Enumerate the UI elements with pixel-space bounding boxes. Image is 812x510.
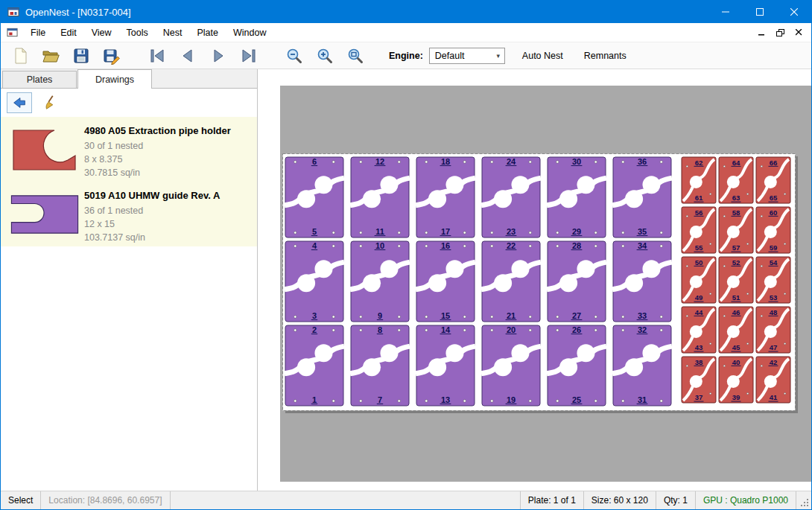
nest-plate[interactable]: 6512111817242330293635431091615222128273… [282,153,800,415]
red-part-pair[interactable]: 5049 [682,257,716,303]
red-part-pair[interactable]: 4039 [719,357,753,403]
svg-text:52: 52 [732,258,740,267]
next-plate-button[interactable] [207,45,229,67]
purple-part-pair[interactable]: 65 [285,157,344,238]
save-as-icon [103,47,121,65]
red-part-pair[interactable]: 3837 [682,357,716,403]
purple-part-pair[interactable]: 1615 [416,241,475,322]
maximize-button[interactable] [743,1,777,23]
svg-text:51: 51 [732,293,740,302]
purple-part-pair[interactable]: 3433 [612,241,672,322]
nest-canvas[interactable]: 6512111817242330293635431091615222128273… [258,69,811,491]
purple-part-pair[interactable]: 3029 [547,157,606,238]
drawing-item[interactable]: 4980 A05 Extraction pipe holder 30 of 1 … [1,117,257,182]
auto-nest-button[interactable]: Auto Nest [518,48,567,64]
menu-tools[interactable]: Tools [119,23,156,42]
purple-part-pair[interactable]: 43 [285,241,344,322]
zoom-out-button[interactable] [283,45,305,67]
drawing-meta: 5019 A10 UHMW guide Rev. A 36 of 1 neste… [84,188,253,240]
red-part-pair[interactable]: 5857 [719,207,753,253]
svg-text:14: 14 [441,325,451,334]
red-part-pair[interactable]: 4241 [756,357,790,403]
menu-view[interactable]: View [84,23,119,42]
svg-text:17: 17 [441,227,450,236]
status-plate: Plate: 1 of 1 [520,491,584,509]
open-folder-icon [42,47,60,65]
red-part-pair[interactable]: 6261 [682,157,716,203]
purple-part-pair[interactable]: 1413 [416,325,475,406]
red-part-pair[interactable]: 5655 [682,207,716,253]
last-plate-button[interactable] [238,45,260,67]
tab-plates[interactable]: Plates [2,71,77,88]
last-plate-icon [240,47,258,65]
first-plate-button[interactable] [146,45,168,67]
svg-text:12: 12 [375,157,384,166]
engine-select[interactable]: Default ▾ [429,48,505,64]
main-body: Plates Drawings 4980 A05 Extraction pip [1,69,811,491]
red-part-pair[interactable]: 4443 [682,307,716,353]
mdi-restore-button[interactable] [772,25,788,40]
red-part-pair[interactable]: 4847 [756,307,790,353]
svg-text:6: 6 [312,157,317,166]
svg-text:57: 57 [732,243,740,252]
svg-text:15: 15 [441,311,450,320]
clear-drawings-button[interactable] [38,92,63,113]
red-part-pair[interactable]: 6463 [719,157,753,203]
mdi-close-button[interactable] [790,25,807,40]
svg-text:18: 18 [441,157,450,166]
svg-text:59: 59 [770,243,778,252]
red-part-pair[interactable]: 5251 [719,257,753,303]
svg-text:34: 34 [638,241,647,250]
svg-text:42: 42 [770,358,778,366]
tab-drawings[interactable]: Drawings [77,69,152,89]
zoom-in-button[interactable] [314,45,336,67]
svg-text:54: 54 [770,258,778,267]
svg-text:20: 20 [507,325,516,334]
svg-text:7: 7 [378,395,382,404]
red-part-pair[interactable]: 5453 [756,257,790,303]
new-button[interactable] [9,45,31,67]
svg-text:4: 4 [312,241,317,250]
save-as-button[interactable] [101,45,123,67]
import-drawing-button[interactable] [7,92,32,113]
purple-part-pair[interactable]: 21 [285,325,344,406]
purple-part-pair[interactable]: 3231 [612,325,672,406]
canvas-viewport[interactable]: 6512111817242330293635431091615222128273… [280,86,811,482]
extraction-pipe-holder-shape [11,126,78,173]
menu-plate[interactable]: Plate [189,23,226,42]
purple-part-pair[interactable]: 2221 [481,241,541,322]
purple-part-pair[interactable]: 109 [350,241,410,322]
save-button[interactable] [70,45,92,67]
purple-part-pair[interactable]: 2827 [547,241,606,322]
red-part-pair[interactable]: 4645 [719,307,753,353]
previous-plate-button[interactable] [177,45,199,67]
minimize-button[interactable] [708,1,743,23]
red-part-pair[interactable]: 6665 [756,157,790,203]
close-button[interactable] [777,1,811,23]
engine-label: Engine: [389,51,423,61]
resize-grip[interactable] [796,491,811,509]
red-part-pair[interactable]: 6059 [756,207,790,253]
purple-part-pair[interactable]: 2019 [481,325,541,406]
purple-part-pair[interactable]: 87 [350,325,410,406]
mdi-minimize-button[interactable] [753,25,770,40]
menu-window[interactable]: Window [226,23,273,42]
menu-nest[interactable]: Nest [156,23,190,42]
svg-text:43: 43 [695,343,703,351]
purple-part-pair[interactable]: 1817 [416,157,475,238]
svg-text:61: 61 [695,194,703,202]
drawing-area: 103.7137 sq/in [84,231,253,244]
menu-file[interactable]: File [23,23,53,42]
zoom-fit-button[interactable] [344,45,367,67]
window-title: OpenNest - [N0317-004] [25,7,131,18]
purple-part-pair[interactable]: 1211 [350,157,410,238]
open-button[interactable] [39,45,62,67]
drawing-item[interactable]: 5019 A10 UHMW guide Rev. A 36 of 1 neste… [1,182,257,246]
svg-text:48: 48 [770,308,778,316]
remnants-button[interactable]: Remnants [580,48,630,64]
drawing-title: 4980 A05 Extraction pipe holder [84,125,253,136]
purple-part-pair[interactable]: 3635 [612,157,672,238]
menu-edit[interactable]: Edit [53,23,84,42]
purple-part-pair[interactable]: 2423 [481,157,541,238]
purple-part-pair[interactable]: 2625 [547,325,606,406]
